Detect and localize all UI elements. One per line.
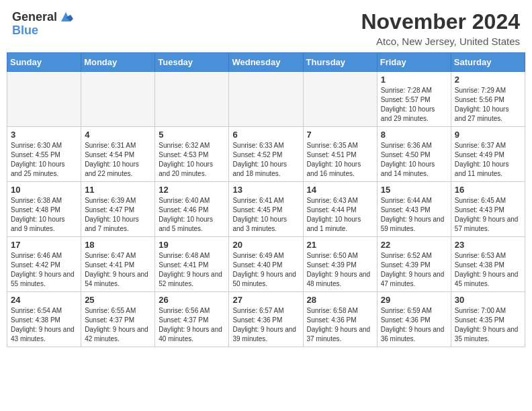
day-number: 12: [159, 185, 225, 195]
day-info: Sunrise: 6:46 AM Sunset: 4:42 PM Dayligh…: [11, 251, 77, 289]
day-info: Sunrise: 6:56 AM Sunset: 4:37 PM Dayligh…: [159, 306, 225, 344]
day-info: Sunrise: 7:29 AM Sunset: 5:56 PM Dayligh…: [455, 86, 521, 124]
calendar-week-row: 17Sunrise: 6:46 AM Sunset: 4:42 PM Dayli…: [7, 237, 525, 292]
day-number: 23: [455, 240, 521, 250]
calendar-cell: 16Sunrise: 6:45 AM Sunset: 4:43 PM Dayli…: [451, 182, 525, 237]
day-info: Sunrise: 7:00 AM Sunset: 4:35 PM Dayligh…: [455, 306, 521, 344]
day-info: Sunrise: 6:39 AM Sunset: 4:47 PM Dayligh…: [85, 196, 151, 234]
day-info: Sunrise: 6:37 AM Sunset: 4:49 PM Dayligh…: [455, 141, 521, 179]
day-number: 18: [85, 240, 151, 250]
day-number: 10: [11, 185, 77, 195]
location-title: Atco, New Jersey, United States: [361, 36, 520, 47]
day-info: Sunrise: 6:45 AM Sunset: 4:43 PM Dayligh…: [455, 196, 521, 234]
calendar-cell: 17Sunrise: 6:46 AM Sunset: 4:42 PM Dayli…: [7, 237, 81, 292]
day-number: 15: [381, 185, 447, 195]
day-info: Sunrise: 6:59 AM Sunset: 4:36 PM Dayligh…: [381, 306, 447, 344]
calendar-cell: 2Sunrise: 7:29 AM Sunset: 5:56 PM Daylig…: [451, 72, 525, 127]
calendar-cell: 9Sunrise: 6:37 AM Sunset: 4:49 PM Daylig…: [451, 127, 525, 182]
calendar-cell: [81, 72, 155, 127]
calendar-cell: 26Sunrise: 6:56 AM Sunset: 4:37 PM Dayli…: [155, 292, 229, 347]
calendar-header-sunday: Sunday: [7, 53, 81, 72]
day-info: Sunrise: 6:49 AM Sunset: 4:40 PM Dayligh…: [232, 251, 299, 289]
calendar-table: SundayMondayTuesdayWednesdayThursdayFrid…: [7, 52, 525, 347]
day-info: Sunrise: 6:54 AM Sunset: 4:38 PM Dayligh…: [11, 306, 77, 344]
day-info: Sunrise: 6:53 AM Sunset: 4:38 PM Dayligh…: [455, 251, 521, 289]
calendar-cell: 10Sunrise: 6:38 AM Sunset: 4:48 PM Dayli…: [7, 182, 81, 237]
calendar-cell: 3Sunrise: 6:30 AM Sunset: 4:55 PM Daylig…: [7, 127, 81, 182]
calendar-header-wednesday: Wednesday: [229, 53, 303, 72]
calendar-cell: 20Sunrise: 6:49 AM Sunset: 4:40 PM Dayli…: [229, 237, 303, 292]
calendar-week-row: 24Sunrise: 6:54 AM Sunset: 4:38 PM Dayli…: [7, 292, 525, 347]
day-number: 7: [307, 130, 373, 140]
calendar-cell: 11Sunrise: 6:39 AM Sunset: 4:47 PM Dayli…: [81, 182, 155, 237]
day-info: Sunrise: 6:44 AM Sunset: 4:43 PM Dayligh…: [381, 196, 447, 234]
calendar-cell: 13Sunrise: 6:41 AM Sunset: 4:45 PM Dayli…: [229, 182, 303, 237]
calendar-cell: 14Sunrise: 6:43 AM Sunset: 4:44 PM Dayli…: [303, 182, 377, 237]
day-number: 16: [455, 185, 521, 195]
day-number: 24: [11, 295, 77, 305]
day-number: 27: [232, 295, 299, 305]
day-info: Sunrise: 6:50 AM Sunset: 4:39 PM Dayligh…: [307, 251, 373, 289]
calendar-cell: 6Sunrise: 6:33 AM Sunset: 4:52 PM Daylig…: [229, 127, 303, 182]
day-number: 17: [11, 240, 77, 250]
calendar-cell: 8Sunrise: 6:36 AM Sunset: 4:50 PM Daylig…: [377, 127, 451, 182]
page-header: General Blue November 2024 Atco, New Jer…: [0, 0, 532, 52]
day-number: 30: [455, 295, 521, 305]
day-info: Sunrise: 6:57 AM Sunset: 4:36 PM Dayligh…: [232, 306, 299, 344]
day-info: Sunrise: 7:28 AM Sunset: 5:57 PM Dayligh…: [381, 86, 447, 124]
calendar-cell: 12Sunrise: 6:40 AM Sunset: 4:46 PM Dayli…: [155, 182, 229, 237]
day-number: 22: [381, 240, 447, 250]
calendar-cell: 25Sunrise: 6:55 AM Sunset: 4:37 PM Dayli…: [81, 292, 155, 347]
calendar-cell: 23Sunrise: 6:53 AM Sunset: 4:38 PM Dayli…: [451, 237, 525, 292]
day-number: 5: [159, 130, 225, 140]
day-info: Sunrise: 6:31 AM Sunset: 4:54 PM Dayligh…: [85, 141, 151, 179]
day-info: Sunrise: 6:38 AM Sunset: 4:48 PM Dayligh…: [11, 196, 77, 234]
calendar-cell: 21Sunrise: 6:50 AM Sunset: 4:39 PM Dayli…: [303, 237, 377, 292]
calendar-cell: 29Sunrise: 6:59 AM Sunset: 4:36 PM Dayli…: [377, 292, 451, 347]
day-number: 25: [85, 295, 151, 305]
calendar-cell: [229, 72, 303, 127]
calendar-cell: 1Sunrise: 7:28 AM Sunset: 5:57 PM Daylig…: [377, 72, 451, 127]
calendar-cell: 19Sunrise: 6:48 AM Sunset: 4:41 PM Dayli…: [155, 237, 229, 292]
day-info: Sunrise: 6:43 AM Sunset: 4:44 PM Dayligh…: [307, 196, 373, 234]
day-number: 6: [232, 130, 299, 140]
day-info: Sunrise: 6:35 AM Sunset: 4:51 PM Dayligh…: [307, 141, 373, 179]
day-number: 26: [159, 295, 225, 305]
calendar-cell: [303, 72, 377, 127]
calendar-header-row: SundayMondayTuesdayWednesdayThursdayFrid…: [7, 53, 525, 72]
day-number: 19: [159, 240, 225, 250]
calendar-header-thursday: Thursday: [303, 53, 377, 72]
calendar-cell: 4Sunrise: 6:31 AM Sunset: 4:54 PM Daylig…: [81, 127, 155, 182]
day-number: 13: [232, 185, 299, 195]
day-info: Sunrise: 6:36 AM Sunset: 4:50 PM Dayligh…: [381, 141, 447, 179]
calendar-cell: 22Sunrise: 6:52 AM Sunset: 4:39 PM Dayli…: [377, 237, 451, 292]
calendar-week-row: 3Sunrise: 6:30 AM Sunset: 4:55 PM Daylig…: [7, 127, 525, 182]
day-info: Sunrise: 6:33 AM Sunset: 4:52 PM Dayligh…: [232, 141, 299, 179]
day-info: Sunrise: 6:48 AM Sunset: 4:41 PM Dayligh…: [159, 251, 225, 289]
day-info: Sunrise: 6:52 AM Sunset: 4:39 PM Dayligh…: [381, 251, 447, 289]
calendar-header-friday: Friday: [377, 53, 451, 72]
title-block: November 2024 Atco, New Jersey, United S…: [361, 9, 520, 47]
calendar-week-row: 10Sunrise: 6:38 AM Sunset: 4:48 PM Dayli…: [7, 182, 525, 237]
calendar-cell: [155, 72, 229, 127]
day-info: Sunrise: 6:32 AM Sunset: 4:53 PM Dayligh…: [159, 141, 225, 179]
calendar-cell: 30Sunrise: 7:00 AM Sunset: 4:35 PM Dayli…: [451, 292, 525, 347]
calendar-cell: [7, 72, 81, 127]
calendar-cell: 18Sunrise: 6:47 AM Sunset: 4:41 PM Dayli…: [81, 237, 155, 292]
month-title: November 2024: [361, 9, 520, 34]
day-number: 1: [381, 75, 447, 85]
day-number: 21: [307, 240, 373, 250]
day-info: Sunrise: 6:55 AM Sunset: 4:37 PM Dayligh…: [85, 306, 151, 344]
day-number: 9: [455, 130, 521, 140]
day-info: Sunrise: 6:30 AM Sunset: 4:55 PM Dayligh…: [11, 141, 77, 179]
logo-general: General: [12, 11, 57, 23]
day-info: Sunrise: 6:41 AM Sunset: 4:45 PM Dayligh…: [232, 196, 299, 234]
day-info: Sunrise: 6:58 AM Sunset: 4:36 PM Dayligh…: [307, 306, 373, 344]
day-number: 8: [381, 130, 447, 140]
calendar-cell: 15Sunrise: 6:44 AM Sunset: 4:43 PM Dayli…: [377, 182, 451, 237]
calendar-cell: 7Sunrise: 6:35 AM Sunset: 4:51 PM Daylig…: [303, 127, 377, 182]
logo-icon: [58, 9, 73, 24]
day-number: 14: [307, 185, 373, 195]
day-number: 20: [232, 240, 299, 250]
day-number: 4: [85, 130, 151, 140]
